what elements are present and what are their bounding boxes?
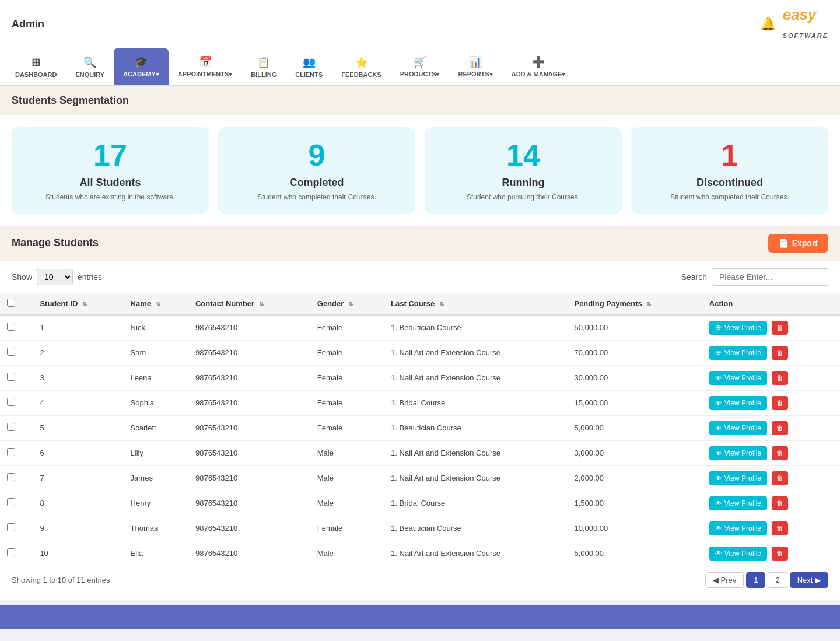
export-button[interactable]: 📄 Export: [768, 234, 828, 253]
row-name-6: James: [124, 465, 188, 491]
row-select-checkbox-2[interactable]: [7, 373, 15, 381]
entries-select[interactable]: 10 25 50 100: [37, 269, 73, 285]
main-content: Students Segmentation 17 All Students St…: [0, 86, 840, 600]
view-profile-button-1[interactable]: 👁 View Profile: [709, 346, 767, 360]
select-all-checkbox[interactable]: [7, 299, 15, 307]
view-profile-button-3[interactable]: 👁 View Profile: [709, 396, 767, 410]
nav-academy-label: ACADEMY▾: [123, 71, 159, 78]
th-pending[interactable]: Pending Payments ⇅: [567, 293, 702, 315]
table-row: 1 Nick 9876543210 Female 1. Beautician C…: [0, 315, 840, 341]
th-last-course[interactable]: Last Course ⇅: [384, 293, 567, 315]
bell-icon[interactable]: 🔔: [760, 16, 776, 31]
stat-card-discontinued[interactable]: 1 Discontinued Student who completed the…: [631, 127, 828, 214]
stat-number-all: 17: [23, 139, 197, 172]
action-cell-5: 👁 View Profile 🗑: [709, 446, 833, 460]
page-1-button[interactable]: 1: [746, 572, 765, 588]
th-gender[interactable]: Gender ⇅: [310, 293, 384, 315]
pagination-bar: Showing 1 to 10 of 11 entries ◀ Prev 1 2…: [0, 566, 840, 594]
search-input[interactable]: [712, 268, 828, 286]
delete-button-2[interactable]: 🗑: [772, 371, 788, 385]
table-header-row: Student ID ⇅ Name ⇅ Contact Number ⇅ Gen…: [0, 293, 840, 315]
show-label: Show: [12, 272, 32, 282]
row-pending-4: 5,000.00: [567, 415, 702, 440]
page-2-button[interactable]: 2: [768, 572, 787, 588]
stat-card-running[interactable]: 14 Running Student who pursuing their Co…: [425, 127, 622, 214]
delete-button-3[interactable]: 🗑: [772, 396, 788, 410]
view-profile-button-2[interactable]: 👁 View Profile: [709, 371, 767, 385]
row-select-checkbox-6[interactable]: [7, 473, 15, 481]
row-select-checkbox-1[interactable]: [7, 348, 15, 356]
row-select-checkbox-5[interactable]: [7, 448, 15, 456]
appointments-icon: 📅: [199, 55, 212, 68]
nav-enquiry[interactable]: 🔍 ENQUIRY: [66, 49, 114, 85]
row-gender-0: Female: [310, 315, 384, 341]
academy-icon: 🎓: [135, 55, 148, 68]
nav-add-manage[interactable]: ➕ ADD & MANAGE▾: [502, 48, 575, 85]
row-checkbox-8: [0, 516, 33, 541]
top-bar: Admin 🔔 easy SOFTWARE: [0, 0, 840, 48]
row-select-checkbox-4[interactable]: [7, 423, 15, 431]
row-gender-6: Male: [310, 465, 384, 491]
delete-button-5[interactable]: 🗑: [772, 446, 788, 460]
delete-button-0[interactable]: 🗑: [772, 321, 788, 335]
prev-button[interactable]: ◀ Prev: [705, 572, 744, 588]
row-select-checkbox-9[interactable]: [7, 548, 15, 556]
view-profile-button-7[interactable]: 👁 View Profile: [709, 496, 767, 510]
entries-label: entries: [78, 272, 102, 282]
pagination-info: Showing 1 to 10 of 11 entries: [12, 576, 110, 584]
app-title: Admin: [12, 18, 44, 30]
view-profile-button-0[interactable]: 👁 View Profile: [709, 321, 767, 335]
row-pending-7: 1,500.00: [567, 491, 702, 516]
next-button[interactable]: Next ▶: [790, 572, 828, 588]
action-cell-4: 👁 View Profile 🗑: [709, 421, 833, 435]
view-profile-button-4[interactable]: 👁 View Profile: [709, 421, 767, 435]
row-id-4: 5: [33, 415, 123, 440]
th-contact[interactable]: Contact Number ⇅: [188, 293, 310, 315]
row-name-9: Ella: [124, 541, 188, 566]
nav-clients[interactable]: 👥 CLIENTS: [286, 49, 332, 85]
stat-card-all[interactable]: 17 All Students Students who are existin…: [12, 127, 209, 214]
row-last-course-2: 1. Nail Art and Extension Course: [384, 365, 567, 390]
delete-button-1[interactable]: 🗑: [772, 346, 788, 360]
row-select-checkbox-8[interactable]: [7, 523, 15, 531]
row-contact-2: 9876543210: [188, 365, 310, 390]
row-checkbox-5: [0, 440, 33, 465]
nav-billing[interactable]: 📋 BILLING: [242, 49, 286, 85]
delete-button-4[interactable]: 🗑: [772, 421, 788, 435]
stat-desc-completed: Student who completed their Courses.: [230, 192, 404, 202]
delete-button-6[interactable]: 🗑: [772, 471, 788, 485]
view-profile-button-8[interactable]: 👁 View Profile: [709, 521, 767, 535]
nav-academy[interactable]: 🎓 ACADEMY▾: [114, 48, 169, 85]
nav-reports[interactable]: 📊 REPORTS▾: [449, 48, 502, 85]
delete-button-8[interactable]: 🗑: [772, 521, 788, 535]
row-last-course-9: 1. Nail Art and Extension Course: [384, 541, 567, 566]
table-row: 4 Sophia 9876543210 Female 1. Bridal Cou…: [0, 390, 840, 415]
nav-appointments[interactable]: 📅 APPOINTMENTS▾: [169, 48, 242, 85]
th-action-label: Action: [709, 299, 733, 308]
row-contact-0: 9876543210: [188, 315, 310, 341]
row-gender-8: Female: [310, 516, 384, 541]
nav-feedbacks[interactable]: ⭐ FEEDBACKS: [332, 49, 390, 85]
nav-dashboard[interactable]: ⊞ DASHBOARD: [6, 49, 66, 85]
th-student-id[interactable]: Student ID ⇅: [33, 293, 123, 315]
view-profile-button-9[interactable]: 👁 View Profile: [709, 547, 767, 561]
th-name[interactable]: Name ⇅: [124, 293, 188, 315]
view-profile-button-6[interactable]: 👁 View Profile: [709, 471, 767, 485]
row-select-checkbox-3[interactable]: [7, 398, 15, 406]
action-cell-0: 👁 View Profile 🗑: [709, 321, 833, 335]
row-select-checkbox-0[interactable]: [7, 323, 15, 331]
view-profile-button-5[interactable]: 👁 View Profile: [709, 446, 767, 460]
delete-button-9[interactable]: 🗑: [772, 547, 788, 561]
eye-icon-3: 👁: [715, 399, 722, 407]
row-select-checkbox-7[interactable]: [7, 498, 15, 506]
table-row: 2 Sam 9876543210 Female 1. Nail Art and …: [0, 340, 840, 365]
nav-products[interactable]: 🛒 PRODUCTS▾: [391, 48, 449, 85]
table-row: 10 Ella 9876543210 Male 1. Nail Art and …: [0, 541, 840, 566]
stat-title-completed: Completed: [230, 177, 404, 189]
row-action-3: 👁 View Profile 🗑: [702, 390, 840, 415]
table-row: 3 Leena 9876543210 Female 1. Nail Art an…: [0, 365, 840, 390]
delete-button-7[interactable]: 🗑: [772, 496, 788, 510]
table-row: 9 Thomas 9876543210 Female 1. Beautician…: [0, 516, 840, 541]
eye-icon-1: 👁: [715, 349, 722, 357]
stat-card-completed[interactable]: 9 Completed Student who completed their …: [218, 127, 415, 214]
